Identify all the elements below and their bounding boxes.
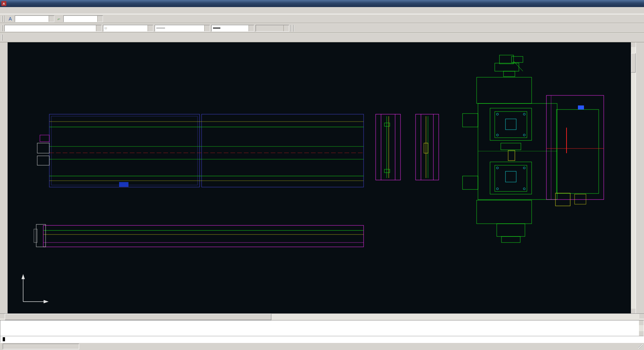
workspace bbox=[0, 42, 644, 313]
autocad-app-icon[interactable]: A bbox=[1, 1, 6, 6]
layer-combo[interactable] bbox=[4, 25, 102, 32]
chevron-down-icon[interactable] bbox=[49, 16, 54, 22]
toolbar-separator bbox=[291, 25, 291, 32]
title-bar: A bbox=[0, 0, 644, 7]
command-scrollbar[interactable] bbox=[639, 320, 644, 336]
scroll-left-icon[interactable] bbox=[0, 314, 5, 318]
lineweight-sample bbox=[213, 28, 220, 29]
scroll-up-icon[interactable] bbox=[639, 320, 644, 325]
color-swatch: ■ bbox=[105, 26, 107, 30]
text-style-manager-icon[interactable]: A bbox=[6, 15, 14, 23]
lineweight-combo[interactable] bbox=[211, 25, 254, 32]
text-caret bbox=[3, 337, 5, 341]
dim-style-combo[interactable] bbox=[63, 15, 103, 22]
scroll-up-icon[interactable] bbox=[631, 42, 636, 47]
chevron-down-icon[interactable] bbox=[204, 25, 210, 31]
layout-tab-row bbox=[0, 313, 644, 320]
die-top-view bbox=[37, 114, 364, 187]
command-history bbox=[0, 320, 644, 336]
command-input-line[interactable] bbox=[0, 336, 644, 342]
horizontal-scroll-thumb[interactable] bbox=[5, 314, 271, 320]
chevron-down-icon bbox=[283, 25, 289, 31]
model-space-canvas[interactable] bbox=[8, 42, 631, 313]
plot-style-combo bbox=[256, 25, 289, 32]
toolbar-separator bbox=[293, 25, 294, 32]
scroll-down-icon[interactable] bbox=[639, 331, 644, 336]
menu-bar bbox=[0, 7, 644, 14]
toolbar-separator bbox=[5, 15, 5, 22]
chevron-down-icon[interactable] bbox=[249, 25, 254, 31]
scroll-right-icon[interactable] bbox=[639, 314, 644, 318]
die-front-view bbox=[34, 224, 364, 247]
coordinate-readout[interactable] bbox=[3, 344, 79, 349]
toolbar-grip[interactable] bbox=[1, 16, 2, 22]
toolbar-grip[interactable] bbox=[1, 35, 2, 41]
chevron-down-icon[interactable] bbox=[97, 16, 103, 22]
toolbar-grip[interactable] bbox=[1, 25, 2, 31]
linetype-sample bbox=[156, 28, 165, 28]
watermark bbox=[119, 182, 128, 187]
color-combo[interactable]: ■ bbox=[103, 25, 153, 32]
standard-toolbar: A ⌐ bbox=[0, 14, 644, 23]
machine-side-view bbox=[463, 55, 604, 243]
command-window[interactable] bbox=[0, 320, 644, 343]
secondary-toolbar bbox=[0, 33, 644, 42]
autocad-window: A A ⌐ ■ bbox=[0, 0, 644, 350]
layers-properties-toolbar: ■ bbox=[0, 23, 644, 33]
ucs-icon bbox=[21, 274, 49, 303]
draw-toolbar bbox=[0, 42, 8, 313]
resize-grip[interactable] bbox=[638, 344, 643, 349]
vertical-scrollbar[interactable] bbox=[631, 42, 636, 313]
scroll-down-icon[interactable] bbox=[631, 309, 636, 313]
modify-toolbar bbox=[636, 42, 644, 313]
chevron-down-icon[interactable] bbox=[96, 25, 101, 31]
dim-style-manager-icon[interactable]: ⌐ bbox=[55, 15, 63, 23]
status-bar bbox=[0, 343, 644, 350]
chevron-down-icon[interactable] bbox=[148, 25, 153, 31]
linetype-combo[interactable] bbox=[155, 25, 210, 32]
drawing-canvas-svg bbox=[8, 42, 631, 313]
horizontal-scrollbar[interactable] bbox=[0, 314, 644, 320]
die-section-views bbox=[376, 114, 439, 180]
text-style-combo[interactable] bbox=[15, 15, 54, 22]
vertical-scroll-thumb[interactable] bbox=[631, 53, 636, 73]
